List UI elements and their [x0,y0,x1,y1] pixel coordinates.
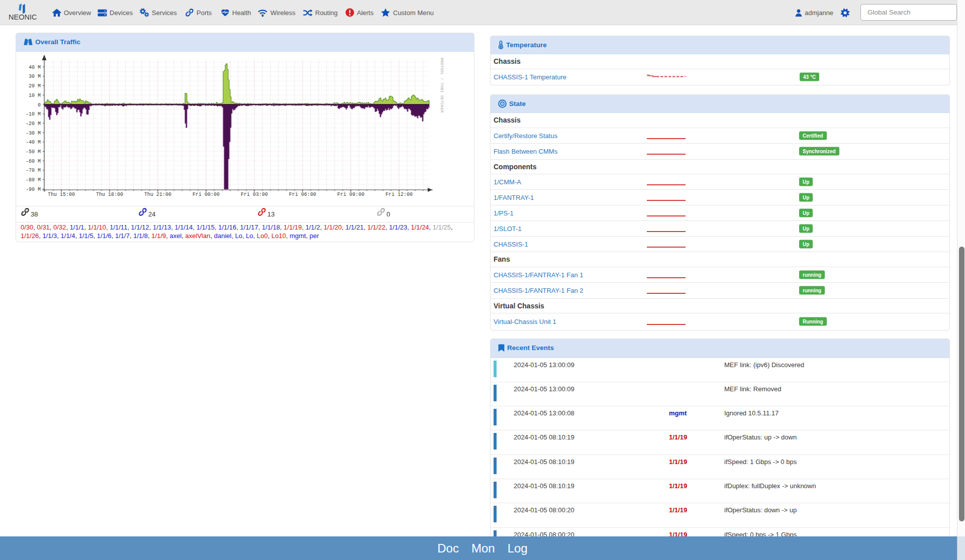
svg-text:-80 M: -80 M [26,177,41,183]
svg-text:-30 M: -30 M [26,131,41,136]
svg-text:-10 M: -10 M [26,111,41,117]
svg-text:40 M: 40 M [29,65,41,70]
svg-text:-60 M: -60 M [26,159,41,164]
svg-text:10 M: 10 M [29,93,41,98]
svg-text:-40 M: -40 M [26,140,41,145]
svg-text:Fri 09:00: Fri 09:00 [337,192,364,197]
svg-text:Fri 06:00: Fri 06:00 [289,192,316,197]
svg-text:30 M: 30 M [29,74,41,79]
svg-text:Thu 18:00: Thu 18:00 [96,192,123,197]
svg-text:Thu 21:00: Thu 21:00 [144,192,171,197]
svg-text:-50 M: -50 M [26,149,41,155]
svg-text:-20 M: -20 M [26,121,41,127]
svg-text:Fri 12:00: Fri 12:00 [385,192,413,197]
svg-text:Fri 00:00: Fri 00:00 [192,192,220,197]
svg-text:-90 M: -90 M [26,187,41,192]
svg-text:RRDTOOL / TOBI OETIKER: RRDTOOL / TOBI OETIKER [440,58,444,113]
svg-text:Thu 15:00: Thu 15:00 [48,192,75,197]
svg-text:Fri 03:00: Fri 03:00 [241,192,268,197]
svg-text:20 M: 20 M [29,83,41,89]
svg-text:0: 0 [38,102,41,108]
svg-text:-70 M: -70 M [26,168,41,173]
